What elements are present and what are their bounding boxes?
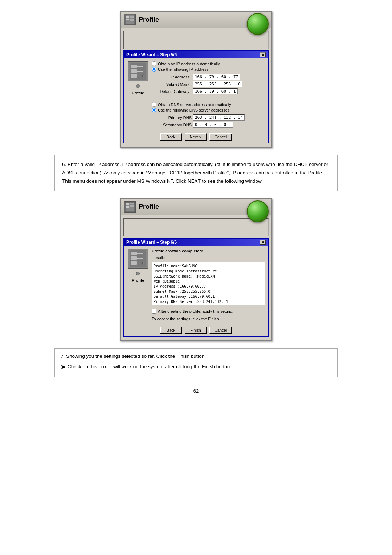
profile-window-body: Profile Wizard – Step 5/6 ✕ (121, 28, 271, 147)
svg-rect-1 (126, 16, 129, 18)
wizard-right-panel-step6: Profile creation completed! Result::: Pr… (152, 249, 265, 321)
ip-address-row: IP Address : 166 . 79 . 60 . 77 (155, 74, 265, 80)
green-orb-icon-2 (247, 200, 269, 222)
info-box-1: 6. Enter a valid IP address. IP address … (54, 155, 338, 191)
profile-window-title-2: Profile (139, 203, 159, 211)
svg-point-29 (142, 262, 144, 264)
network-icon-box-2 (128, 249, 148, 269)
radio-manual-ip-input[interactable] (152, 67, 156, 72)
finish-button-step6[interactable]: Finish (185, 327, 207, 334)
profile-logo-icon (124, 14, 136, 25)
radio-auto-dns-label: Obtain DNS server address automatically (158, 102, 231, 107)
info-text-1: 6. Enter a valid IP address. IP address … (62, 162, 328, 184)
svg-rect-9 (131, 69, 137, 73)
wizard-dialog-step5: Profile Wizard – Step 5/6 ✕ (123, 50, 269, 143)
ip-address-label: IP Address : (155, 75, 192, 79)
gateway-row: Default Gateway : 166 . 79 . 60 . 1 (155, 88, 265, 94)
wizard-titlebar-step6: Profile Wizard – Step 6/6 ✕ (124, 239, 268, 246)
profile-window-title: Profile (139, 16, 159, 24)
apply-checkbox[interactable] (152, 309, 156, 314)
wizard-right-panel-step5: Obtain an IP address automatically Use t… (152, 61, 265, 128)
result-line-2: SSID(Network name) :MagicLAN (154, 274, 263, 279)
result-label: Result::: (152, 255, 265, 260)
section-divider-dns (152, 98, 265, 98)
radio-manual-dns-input[interactable] (152, 108, 156, 112)
green-orb-icon (247, 13, 269, 35)
cancel-button-step5[interactable]: Cancel (209, 133, 232, 141)
result-line-7: Primary DNS Server :203.241.132.34 (154, 299, 263, 304)
profile-window-step6: Profile Profile Wizard – Step 6/6 ✕ (120, 198, 272, 341)
wizard-left-panel-step6: Profile (127, 249, 149, 321)
svg-rect-2 (126, 19, 129, 20)
secondary-dns-row: Secondary DNS 0 . 0 . 0 . 0 (155, 122, 265, 128)
radio-manual-ip: Use the following IP address (152, 67, 265, 72)
svg-rect-21 (130, 208, 134, 208)
result-line-3: Wep :Disable (154, 279, 263, 284)
profile-window-step5: Profile Profile Wizard – Step 5/6 ✕ (120, 11, 272, 148)
next-button-step5[interactable]: Next > (185, 133, 207, 141)
svg-rect-10 (131, 74, 137, 78)
wizard-left-panel-step5: Profile (127, 61, 149, 128)
cancel-button-step6[interactable]: Cancel (209, 327, 232, 334)
svg-rect-8 (131, 65, 137, 68)
profile-logo-icon-2 (124, 201, 136, 213)
side-dot-1 (136, 84, 140, 88)
arrow-icon: ➤ (61, 362, 65, 372)
gateway-label: Default Gateway : (155, 89, 192, 94)
result-line-0: Profile name:SAMSUNG (154, 264, 263, 269)
radio-auto-dns: Obtain DNS server address automatically (152, 102, 265, 107)
profile-window-header-2: Profile (121, 199, 271, 215)
network-icon-box (128, 61, 148, 81)
dns-field-group: Primary DNS 203 . 241 . 132 . 34 Seconda… (155, 114, 265, 128)
subnet-mask-row: Subnet Mask : 255 . 255 . 255 . 0 (155, 81, 265, 87)
wizard-content-step6: Profile Profile creation completed! Resu… (124, 246, 268, 324)
gateway-value: 166 . 79 . 60 . 1 (193, 88, 238, 94)
svg-rect-20 (130, 206, 134, 207)
completed-text: Profile creation completed! (152, 249, 265, 253)
svg-rect-3 (130, 16, 134, 17)
step7-text: 7. Showing you the settings selected so … (61, 352, 331, 361)
radio-auto-ip-input[interactable] (152, 61, 156, 66)
wizard-close-btn-step6[interactable]: ✕ (260, 240, 266, 245)
wizard-dialog-step6: Profile Wizard – Step 6/6 ✕ (123, 238, 269, 337)
svg-rect-19 (130, 205, 134, 206)
wizard-title-label-step6: Profile Wizard – Step 6/6 (126, 240, 177, 245)
arrow-row: ➤ Check on this box. It will work on the… (61, 362, 331, 372)
profile-label-step5: Profile (132, 91, 144, 95)
svg-rect-17 (126, 206, 129, 208)
result-line-6: Default Gateway :166.79.60.1 (154, 294, 263, 299)
radio-auto-ip: Obtain an IP address automatically (152, 61, 265, 66)
svg-rect-23 (131, 252, 137, 255)
back-button-step5[interactable]: Back (160, 133, 182, 141)
accept-text: To accept the settings, click the Finish… (152, 317, 265, 321)
ip-radio-group: Obtain an IP address automatically Use t… (152, 61, 265, 72)
svg-rect-6 (130, 20, 134, 21)
profile-label-step6: Profile (132, 278, 144, 283)
secondary-dns-value: 0 . 0 . 0 . 0 (193, 122, 233, 128)
radio-manual-ip-label: Use the following IP address (158, 67, 208, 72)
result-line-1: Operating mode:Infrastructure (154, 269, 263, 274)
side-dot-2 (136, 272, 140, 275)
radio-auto-ip-label: Obtain an IP address automatically (158, 62, 220, 66)
dns-radio-group: Obtain DNS server address automatically … (152, 102, 265, 112)
svg-point-14 (142, 75, 144, 77)
back-button-step6[interactable]: Back (160, 327, 182, 334)
svg-rect-5 (130, 19, 134, 20)
info-box-2: 7. Showing you the settings selected so … (54, 348, 338, 377)
radio-manual-dns-label: Use the following DNS server addresses (158, 108, 229, 112)
result-line-4: IP Address :166.79.60.77 (154, 284, 263, 289)
radio-manual-dns: Use the following DNS server addresses (152, 108, 265, 112)
result-text-area: Profile name:SAMSUNG Operating mode:Infr… (152, 262, 265, 305)
profile-window-header: Profile (121, 12, 271, 28)
radio-auto-dns-input[interactable] (152, 102, 156, 107)
side-icons-2 (136, 272, 140, 275)
secondary-dns-label: Secondary DNS (155, 123, 192, 127)
svg-rect-24 (131, 256, 137, 260)
svg-rect-18 (130, 203, 134, 204)
wizard-close-btn-step5[interactable]: ✕ (260, 52, 266, 57)
apply-setting-row: After creating the profile, apply this s… (152, 309, 265, 314)
wizard-titlebar-step5: Profile Wizard – Step 5/6 ✕ (124, 51, 268, 58)
wizard-title-label-step5: Profile Wizard – Step 5/6 (126, 52, 177, 57)
svg-rect-25 (131, 261, 137, 265)
primary-dns-label: Primary DNS (155, 116, 192, 120)
